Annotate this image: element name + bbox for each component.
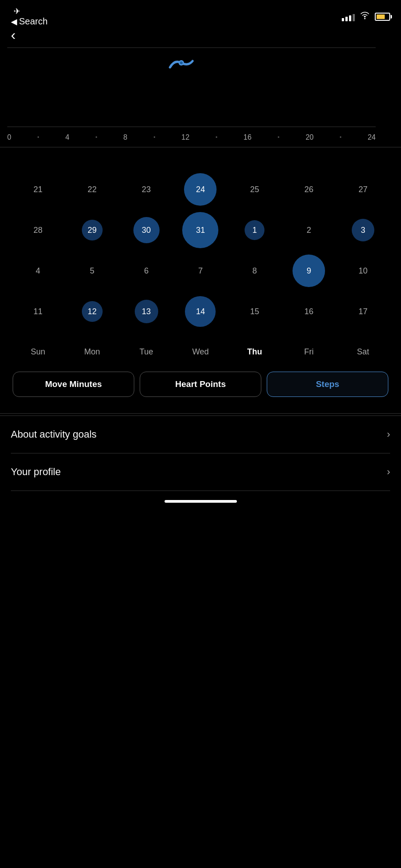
status-bar: ✈ ◀ Search — [0, 0, 401, 30]
day-num-5: 5 — [90, 266, 94, 276]
back-label[interactable]: Search — [19, 16, 47, 27]
wifi-icon — [359, 11, 370, 22]
day-num-21: 21 — [33, 185, 42, 194]
svg-point-1 — [180, 61, 183, 64]
cal-cell-6: 6 — [119, 250, 174, 291]
day-num-16: 16 — [304, 307, 313, 316]
day-num-27: 27 — [359, 185, 368, 194]
menu-item-1[interactable]: Your profile› — [11, 453, 390, 491]
fit-brand-icon — [165, 55, 197, 75]
day-num-15: 15 — [250, 307, 259, 316]
x-label-4: 4 — [65, 133, 69, 142]
x-label-20: 20 — [306, 133, 314, 142]
chart-x-axis: 0 • 4 • 8 • 12 • 16 • 20 • 24 — [7, 133, 376, 142]
menu-top-divider — [0, 413, 401, 414]
cal-cell-16: 16 — [282, 291, 336, 332]
chart-divider — [0, 147, 401, 147]
back-arrow: ◀ — [11, 17, 17, 27]
day-num-25: 25 — [250, 185, 259, 194]
battery-icon — [375, 13, 390, 21]
tab-btn-steps[interactable]: Steps — [267, 372, 388, 397]
day-num-28: 28 — [33, 226, 42, 235]
back-button[interactable]: ‹ — [11, 28, 16, 42]
x-label-24: 24 — [368, 133, 376, 142]
signal-bar-2 — [345, 17, 348, 21]
signal-bar-4 — [353, 14, 355, 21]
day-header-fri: Fri — [282, 343, 336, 361]
menu-item-text-0: About activity goals — [11, 429, 97, 440]
signal-bars — [342, 12, 355, 21]
day-num-3: 3 — [361, 226, 365, 235]
menu-section: About activity goals›Your profile› — [0, 415, 401, 491]
cal-cell-13: 13 — [119, 291, 174, 332]
date-range-section: 2122232425262728293031123456789101112131… — [0, 149, 401, 411]
cal-cell-17: 17 — [336, 291, 390, 332]
cal-cell-27: 27 — [336, 169, 390, 210]
day-header-mon: Mon — [65, 343, 119, 361]
day-num-4: 4 — [36, 266, 40, 276]
cal-cell-30: 30 — [119, 210, 174, 250]
menu-arrow-icon-1: › — [387, 466, 390, 478]
signal-bar-1 — [342, 18, 344, 21]
cal-cell-3: 3 — [336, 210, 390, 250]
cal-cell-10: 10 — [336, 250, 390, 291]
cal-cell-5: 5 — [65, 250, 119, 291]
menu-item-text-1: Your profile — [11, 466, 61, 478]
day-num-8: 8 — [252, 266, 257, 276]
cal-cell-24: 24 — [174, 169, 228, 210]
cal-cell-25: 25 — [227, 169, 282, 210]
x-label-8: 8 — [123, 133, 127, 142]
day-num-7: 7 — [198, 266, 203, 276]
cal-cell-29: 29 — [65, 210, 119, 250]
status-right — [342, 11, 390, 22]
x-label-16: 16 — [244, 133, 252, 142]
day-header-sun: Sun — [11, 343, 65, 361]
day-num-31: 31 — [196, 226, 205, 235]
cal-cell-4: 4 — [11, 250, 65, 291]
app-header: ‹ — [0, 30, 401, 42]
calendar-day-headers: SunMonTueWedThuFriSat — [11, 343, 390, 361]
cal-cell-31: 31 — [174, 210, 228, 250]
cal-cell-9: 9 — [282, 250, 336, 291]
x-label-0: 0 — [7, 133, 11, 142]
signal-bar-3 — [349, 15, 351, 21]
day-num-13: 13 — [142, 307, 151, 316]
menu-item-0[interactable]: About activity goals› — [11, 416, 390, 453]
day-num-30: 30 — [142, 226, 151, 235]
cal-cell-23: 23 — [119, 169, 174, 210]
cal-cell-1: 1 — [227, 210, 282, 250]
cal-cell-21: 21 — [11, 169, 65, 210]
cal-cell-12: 12 — [65, 291, 119, 332]
cal-cell-2: 2 — [282, 210, 336, 250]
x-label-12: 12 — [181, 133, 189, 142]
day-num-9: 9 — [307, 266, 311, 276]
cal-cell-26: 26 — [282, 169, 336, 210]
home-bar — [165, 500, 237, 503]
chart-top-line — [7, 47, 376, 48]
tab-btn-heart-points[interactable]: Heart Points — [140, 372, 261, 397]
day-num-29: 29 — [88, 226, 97, 235]
cal-cell-14: 14 — [174, 291, 228, 332]
day-num-1: 1 — [252, 226, 257, 235]
day-header-wed: Wed — [174, 343, 228, 361]
day-num-22: 22 — [88, 185, 97, 194]
day-header-tue: Tue — [119, 343, 174, 361]
cal-cell-7: 7 — [174, 250, 228, 291]
day-num-26: 26 — [304, 185, 313, 194]
battery-fill — [377, 14, 385, 19]
chart-section: 0 • 4 • 8 • 12 • 16 • 20 • 24 — [0, 42, 401, 145]
cal-cell-28: 28 — [11, 210, 65, 250]
day-header-thu: Thu — [227, 343, 282, 361]
cal-cell-11: 11 — [11, 291, 65, 332]
day-num-6: 6 — [144, 266, 149, 276]
day-num-10: 10 — [359, 266, 368, 276]
location-icon: ✈ — [14, 6, 20, 16]
cal-cell-8: 8 — [227, 250, 282, 291]
home-indicator — [0, 491, 401, 507]
chart-bottom-line — [7, 127, 376, 127]
chart-container: 0 • 4 • 8 • 12 • 16 • 20 • 24 — [7, 42, 394, 142]
day-num-24: 24 — [196, 185, 205, 194]
calendar-grid: 2122232425262728293031123456789101112131… — [11, 169, 390, 332]
tab-btn-move-minutes[interactable]: Move Minutes — [13, 372, 134, 397]
day-num-14: 14 — [196, 307, 205, 316]
